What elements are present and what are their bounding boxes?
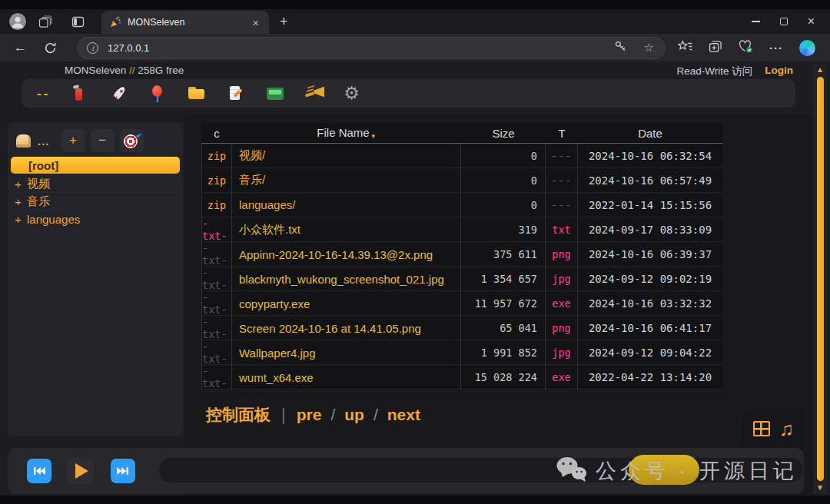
scrollbar-thumb[interactable] xyxy=(817,77,824,481)
previous-track-button[interactable] xyxy=(27,459,51,483)
tab-actions-icon[interactable] xyxy=(65,12,91,32)
sidebar-item-languages[interactable]: +languages xyxy=(9,211,181,228)
row-action-link[interactable]: zip xyxy=(201,168,232,192)
rocket-icon[interactable] xyxy=(105,79,133,108)
row-action-link[interactable]: -txt- xyxy=(201,242,232,267)
tree-zoom-in-button[interactable]: + xyxy=(61,129,85,152)
audio-note-icon[interactable]: ♫ xyxy=(779,419,794,439)
file-date: 2022-04-22 13:14:20 xyxy=(578,365,722,390)
nav-sidebar: ... + − [root]+视频+音乐+languages xyxy=(8,123,183,436)
column-header-c[interactable]: c xyxy=(201,127,232,140)
window-maximize-button[interactable] xyxy=(780,18,788,25)
tree-item-label: 视频 xyxy=(27,177,50,191)
file-name-link[interactable]: Appinn-2024-10-16-14.39.13@2x.png xyxy=(232,242,461,267)
file-type: --- xyxy=(546,168,578,192)
sidebar-dots[interactable]: ... xyxy=(38,134,50,148)
page-scrollbar[interactable]: ▲ ▼ xyxy=(813,65,827,493)
row-action-link[interactable]: -txt- xyxy=(201,316,232,340)
control-panel-link[interactable]: 控制面板 xyxy=(206,404,271,426)
copilot-icon[interactable] xyxy=(799,40,815,56)
tree-zoom-out-button[interactable]: − xyxy=(91,129,115,152)
grid-view-icon[interactable] xyxy=(753,421,770,436)
file-name-link[interactable]: Wallpaper4.jpg xyxy=(232,340,461,365)
back-button-icon[interactable]: ← xyxy=(14,40,27,55)
table-row: -txt-blackmyth_wukong_screenshot_021.jpg… xyxy=(201,267,722,291)
extinguisher-icon[interactable] xyxy=(69,84,89,104)
file-size: 1 354 657 xyxy=(461,267,546,291)
workspaces-icon[interactable] xyxy=(32,12,58,32)
play-button[interactable] xyxy=(66,457,94,485)
column-header-size[interactable]: Size xyxy=(461,127,546,140)
balloon-icon[interactable] xyxy=(148,84,168,104)
tree-expand-icon[interactable]: + xyxy=(15,213,27,226)
url-field[interactable]: i 127.0.0.1 ☆ xyxy=(77,37,666,59)
file-name-link[interactable]: 小众软件.txt xyxy=(232,217,461,242)
profile-avatar-icon[interactable] xyxy=(9,13,26,30)
table-body: zip视频/0---2024-10-16 06:32:54zip音乐/0---2… xyxy=(201,144,722,390)
tree-expand-icon[interactable]: + xyxy=(15,195,27,208)
folder-icon[interactable] xyxy=(187,84,207,104)
file-name-link[interactable]: 视频/ xyxy=(232,144,461,167)
tab-close-icon[interactable]: × xyxy=(250,16,261,29)
file-name-link[interactable]: copyparty.exe xyxy=(232,291,461,316)
file-name-link[interactable]: blackmyth_wukong_screenshot_021.jpg xyxy=(232,267,461,291)
nav-link-up[interactable]: up xyxy=(344,406,364,424)
scroll-up-icon[interactable]: ▲ xyxy=(816,65,824,75)
site-name[interactable]: MONSeleven xyxy=(65,65,126,76)
browser-essentials-icon[interactable] xyxy=(739,40,753,56)
access-level-label: Read-Write 访问 xyxy=(676,65,752,78)
window-close-button[interactable]: × xyxy=(808,15,815,28)
media-player-bar: 公众号 · 开源日记 xyxy=(8,448,804,494)
nav-link-next[interactable]: next xyxy=(387,406,420,424)
column-header-type[interactable]: T xyxy=(546,127,578,140)
site-separator: // xyxy=(129,65,135,76)
trumpet-icon[interactable] xyxy=(304,84,324,104)
sidebar-item-music[interactable]: +音乐 xyxy=(9,193,181,211)
memo-icon[interactable] xyxy=(226,84,246,104)
row-action-link[interactable]: -txt- xyxy=(201,267,232,291)
url-text[interactable]: 127.0.0.1 xyxy=(108,42,614,54)
site-info-icon[interactable]: i xyxy=(87,42,98,54)
breadcrumb-toggle-bread-icon[interactable] xyxy=(15,133,32,148)
row-action-link[interactable]: -txt- xyxy=(201,217,232,242)
row-action-link[interactable]: zip xyxy=(201,144,232,167)
table-row: -txt-Wallpaper4.jpg1 991 852jpg2024-09-1… xyxy=(201,340,722,365)
file-type: exe xyxy=(546,365,578,390)
refresh-icon[interactable] xyxy=(44,41,57,55)
nav-link-pre[interactable]: pre xyxy=(297,406,322,424)
pager-icon[interactable] xyxy=(265,84,285,104)
file-name-link[interactable]: Screen 2024-10-16 at 14.41.05.png xyxy=(232,316,461,340)
browser-tab[interactable]: MONSeleven × xyxy=(101,11,269,34)
browser-menu-icon[interactable]: ··· xyxy=(769,41,783,55)
login-link[interactable]: Login xyxy=(765,65,793,78)
scroll-down-icon[interactable]: ▼ xyxy=(816,482,824,493)
column-header-date[interactable]: Date xyxy=(578,127,722,140)
password-key-icon[interactable] xyxy=(614,40,627,56)
file-name-link[interactable]: 音乐/ xyxy=(232,168,461,192)
row-action-link[interactable]: -txt- xyxy=(201,365,232,390)
file-type: txt xyxy=(546,217,578,242)
row-action-link[interactable]: -txt- xyxy=(201,291,232,316)
next-track-button[interactable] xyxy=(111,459,135,483)
new-tab-button[interactable]: + xyxy=(280,14,288,30)
row-action-link[interactable]: zip xyxy=(201,193,232,217)
collections-icon[interactable] xyxy=(709,40,722,56)
tree-expand-icon[interactable]: + xyxy=(15,177,27,191)
gear-icon[interactable]: ⚙ xyxy=(344,84,360,104)
window-minimize-button[interactable] xyxy=(752,21,760,22)
file-name-link[interactable]: wumt_x64.exe xyxy=(232,365,461,390)
favorite-star-icon[interactable]: ☆ xyxy=(644,41,654,55)
table-header-row: c File Name▼ Size T Date xyxy=(201,123,722,144)
screen: MONSeleven × + × ← i 127.0.0.1 ☆ xyxy=(0,0,830,504)
dashes-icon[interactable]: -- xyxy=(37,84,50,104)
jump-to-folder-button[interactable] xyxy=(120,129,144,152)
sidebar-item-videos[interactable]: +视频 xyxy=(9,175,181,193)
sidebar-item-root[interactable]: [root] xyxy=(11,157,180,174)
file-name-link[interactable]: languages/ xyxy=(232,193,461,217)
favorites-bar-icon[interactable] xyxy=(678,40,692,56)
top-edge-strip xyxy=(0,0,830,9)
file-date: 2024-10-16 06:57:49 xyxy=(578,168,722,192)
column-header-name[interactable]: File Name▼ xyxy=(232,126,461,140)
row-action-link[interactable]: -txt- xyxy=(201,340,232,365)
tree-item-label: [root] xyxy=(28,159,58,172)
